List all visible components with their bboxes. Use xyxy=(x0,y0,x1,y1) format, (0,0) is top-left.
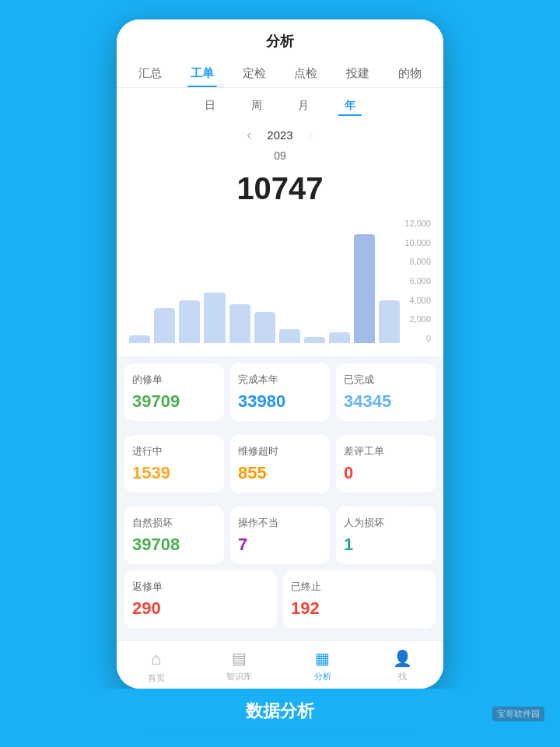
y-axis-label: 10,000 xyxy=(404,238,431,247)
watermark: 宝哥软件园 xyxy=(492,707,544,721)
stats-row-4: 返修单 290 已终止 192 xyxy=(117,570,443,636)
y-axis-label: 4,000 xyxy=(404,296,431,305)
stat-value-fanxiudan: 290 xyxy=(132,598,269,619)
bar-5 xyxy=(229,304,250,343)
stat-value-wanchengbennian: 33980 xyxy=(238,391,322,412)
tab-huizong[interactable]: 汇总 xyxy=(135,60,165,87)
stat-value-weixiuchaoshi: 855 xyxy=(238,463,322,483)
y-axis-label: 6,000 xyxy=(404,276,431,286)
stat-label-chapin: 差评工单 xyxy=(344,444,428,458)
stats-row-3: 自然损坏 39708 操作不当 7 人为损坏 1 xyxy=(117,499,443,564)
time-btn-day[interactable]: 日 xyxy=(198,97,222,116)
stat-caozuo[interactable]: 操作不当 7 xyxy=(230,507,330,564)
bar-4 xyxy=(204,293,225,343)
knowledge-icon: ▤ xyxy=(232,649,247,668)
y-axis-label: 2,000 xyxy=(404,314,431,324)
stat-value-ziranloss: 39708 xyxy=(132,535,216,555)
tab-dianjian[interactable]: 点检 xyxy=(291,60,320,87)
stats-row-1: 的修单 39709 完成本年 33980 已完成 34345 xyxy=(117,356,443,421)
next-year-button: › xyxy=(309,127,313,143)
bottom-title: 数据分析 xyxy=(246,701,314,721)
bar-10-highlighted xyxy=(354,234,375,343)
stat-label-dexiudan: 的修单 xyxy=(132,373,216,387)
stat-value-chapin: 0 xyxy=(344,463,428,483)
tab-dingjian[interactable]: 定检 xyxy=(240,60,269,87)
stat-dexiudan[interactable]: 的修单 39709 xyxy=(124,363,224,421)
stat-label-weixiuchaoshi: 维修超时 xyxy=(238,444,322,458)
bar-8 xyxy=(304,337,325,343)
bar-3 xyxy=(179,300,200,343)
stat-label-yiwancheng: 已完成 xyxy=(344,373,428,387)
bottom-nav: ⌂ 首页 ▤ 智识库 ▦ 分析 👤 找 xyxy=(117,640,443,689)
y-axis: 12,000 10,000 8,000 6,000 4,000 2,000 0 xyxy=(400,219,431,343)
time-btn-week[interactable]: 周 xyxy=(245,97,268,116)
bar-11 xyxy=(379,300,400,343)
person-icon: 👤 xyxy=(393,649,412,668)
stat-chapin[interactable]: 差评工单 0 xyxy=(336,435,436,493)
main-tabs: 汇总 工单 定检 点检 投建 的物 xyxy=(117,60,443,87)
prev-year-button[interactable]: ‹ xyxy=(247,127,251,143)
stats-row-2: 进行中 1539 维修超时 855 差评工单 0 xyxy=(117,427,443,493)
stat-fanxiudan[interactable]: 返修单 290 xyxy=(124,570,277,628)
y-axis-label: 8,000 xyxy=(404,257,431,266)
stat-jinxingzhong[interactable]: 进行中 1539 xyxy=(124,435,224,493)
bar-2 xyxy=(154,308,175,343)
bar-6 xyxy=(254,312,275,343)
stat-label-wanchengbennian: 完成本年 xyxy=(238,373,322,387)
stat-label-caozuo: 操作不当 xyxy=(238,516,322,530)
y-axis-label: 0 xyxy=(404,334,431,343)
year-text: 2023 xyxy=(267,128,292,142)
app-header: 分析 汇总 工单 定检 点检 投建 的物 xyxy=(117,19,443,88)
stat-value-renwei: 1 xyxy=(344,535,428,555)
stat-label-ziranloss: 自然损坏 xyxy=(132,516,216,530)
nav-home-label: 首页 xyxy=(148,672,165,684)
nav-find[interactable]: 👤 找 xyxy=(393,649,412,684)
nav-analysis[interactable]: ▦ 分析 xyxy=(314,649,331,684)
stat-ziranloss[interactable]: 自然损坏 39708 xyxy=(124,507,224,564)
big-number: 10747 xyxy=(117,165,443,219)
nav-analysis-label: 分析 xyxy=(314,671,331,682)
analysis-icon: ▦ xyxy=(315,649,330,668)
stat-renwei[interactable]: 人为损坏 1 xyxy=(336,507,436,564)
nav-find-label: 找 xyxy=(398,671,407,682)
stat-value-caozuo: 7 xyxy=(238,535,322,555)
month-label: 09 xyxy=(117,148,443,165)
bar-7 xyxy=(279,329,300,343)
stat-value-jinxingzhong: 1539 xyxy=(132,463,216,483)
time-filter: 日 周 月 年 xyxy=(117,88,443,122)
bar-chart xyxy=(129,219,400,343)
stat-value-yiwancheng: 34345 xyxy=(344,391,428,412)
time-btn-month[interactable]: 月 xyxy=(292,97,315,116)
y-axis-label: 12,000 xyxy=(404,219,431,228)
nav-knowledge[interactable]: ▤ 智识库 xyxy=(226,649,252,684)
home-icon: ⌂ xyxy=(151,649,161,669)
time-btn-year[interactable]: 年 xyxy=(338,97,362,116)
stat-wanchengbennian[interactable]: 完成本年 33980 xyxy=(230,363,330,421)
tab-dewu[interactable]: 的物 xyxy=(395,60,425,87)
bottom-bar: 数据分析 宝哥软件园 xyxy=(0,689,560,728)
tab-tou[interactable]: 投建 xyxy=(343,60,373,87)
nav-home[interactable]: ⌂ 首页 xyxy=(148,649,165,684)
bar-9 xyxy=(329,332,350,343)
stat-value-dexiudan: 39709 xyxy=(132,391,216,412)
stat-label-yizhongzhi: 已终止 xyxy=(291,580,428,594)
content-area: 日 周 月 年 ‹ 2023 › 09 10747 xyxy=(117,88,443,640)
tab-gongdan[interactable]: 工单 xyxy=(187,60,217,87)
year-nav: ‹ 2023 › xyxy=(117,122,443,148)
stat-yiwancheng[interactable]: 已完成 34345 xyxy=(336,363,436,421)
app-title: 分析 xyxy=(117,32,443,51)
chart-area: 12,000 10,000 8,000 6,000 4,000 2,000 0 xyxy=(117,219,443,356)
stat-weixiuchaoshi[interactable]: 维修超时 855 xyxy=(230,435,330,493)
phone-container: 分析 汇总 工单 定检 点检 投建 的物 日 周 月 年 ‹ 2023 › 09… xyxy=(117,19,443,689)
stat-label-jinxingzhong: 进行中 xyxy=(132,444,216,458)
stat-label-renwei: 人为损坏 xyxy=(344,516,428,530)
stat-label-fanxiudan: 返修单 xyxy=(132,580,269,594)
nav-knowledge-label: 智识库 xyxy=(226,671,252,682)
stat-value-yizhongzhi: 192 xyxy=(291,598,428,619)
bar-1 xyxy=(129,335,150,343)
stat-yizhongzhi[interactable]: 已终止 192 xyxy=(283,570,436,628)
